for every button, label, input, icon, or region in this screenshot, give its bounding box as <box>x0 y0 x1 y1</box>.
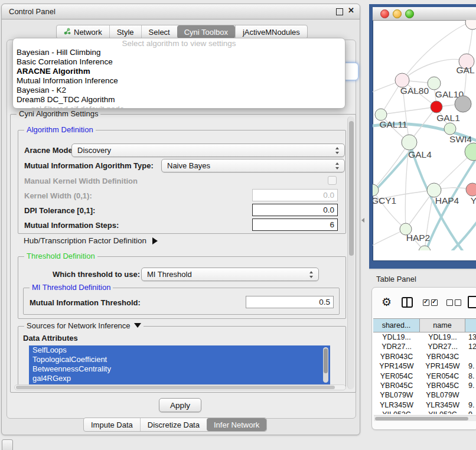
collapsed-arrow-icon[interactable] <box>152 237 158 244</box>
dropdown-item[interactable]: Bayesian - K2 <box>13 86 345 95</box>
column-header-clipped[interactable] <box>465 319 476 332</box>
table-cell[interactable] <box>465 390 476 400</box>
network-node-swi4[interactable] <box>444 123 456 135</box>
tab-cyni-toolbox[interactable]: Cyni Toolbox <box>177 25 235 38</box>
minimize-window-icon[interactable] <box>393 9 402 18</box>
network-graph-canvas[interactable]: GALGAL80GAL10GAL1GAL11SWI4GAL4GCY1HAP4YH… <box>373 20 476 250</box>
table-cell[interactable]: YIL052C <box>373 410 420 414</box>
table-cell[interactable]: YPR145W <box>420 361 465 371</box>
table-horizontal-scrollbar[interactable] <box>374 415 476 421</box>
table-cell[interactable]: YER054C <box>420 371 465 381</box>
network-edge[interactable] <box>373 148 413 201</box>
minimized-panel-button[interactable] <box>2 439 13 450</box>
network-node-gal1[interactable] <box>431 101 442 113</box>
mi-type-combo[interactable]: Naive Bayes <box>161 159 345 172</box>
settings-vertical-scrollbar[interactable] <box>347 116 354 389</box>
network-edge[interactable] <box>381 107 436 115</box>
gear-icon[interactable]: ⚙ <box>382 295 392 309</box>
table-row[interactable]: YLR345WYLR345W9. <box>373 400 476 410</box>
table-cell[interactable]: YBR043C <box>420 352 465 361</box>
close-window-icon[interactable] <box>380 9 389 18</box>
network-node-gal10[interactable] <box>428 77 441 90</box>
sources-title[interactable]: Sources for Network Inference <box>24 321 144 330</box>
expanded-arrow-icon[interactable] <box>134 323 141 328</box>
dropdown-item[interactable]: Basic Correlation Inference <box>13 57 345 67</box>
table-hscroll-thumb[interactable] <box>375 417 468 420</box>
tab-impute-data[interactable]: Impute Data <box>84 418 140 431</box>
table-row[interactable]: YER054CYER054C8. <box>373 371 476 381</box>
dropdown-item-selected[interactable]: ARACNE Algorithm <box>13 67 345 76</box>
table-cell[interactable]: YBR045C <box>373 381 420 390</box>
data-attributes-list[interactable]: SelfLoopsTopologicalCoefficientBetweenne… <box>29 345 330 384</box>
columns-pane-icon[interactable] <box>402 297 413 308</box>
dpi-tolerance-field[interactable]: 0.0 <box>252 204 338 216</box>
attribute-list-item[interactable]: TopologicalCoefficient <box>29 355 330 364</box>
apply-button[interactable]: Apply <box>159 398 201 412</box>
export-table-icon[interactable] <box>468 296 476 308</box>
mi-steps-field[interactable]: 6 <box>252 219 338 231</box>
table-cell[interactable]: YBL079W <box>420 390 465 400</box>
hub-transcription-section[interactable]: Hub/Transcription Factor Definition <box>24 236 158 245</box>
network-node[interactable] <box>465 20 476 30</box>
tab-select[interactable]: Select <box>141 25 177 38</box>
settings-hscroll-thumb[interactable] <box>16 386 335 389</box>
table-cell[interactable]: YDR27... <box>373 342 420 351</box>
tab-network[interactable]: Network <box>57 25 109 38</box>
tab-infer-network[interactable]: Infer Network <box>207 418 266 431</box>
column-header-shared-name[interactable]: shared... <box>373 319 420 332</box>
column-header-name[interactable]: name <box>420 319 465 332</box>
float-panel-icon[interactable] <box>336 8 343 15</box>
table-cell[interactable] <box>465 352 476 361</box>
mi-threshold-field[interactable]: 0.5 <box>246 296 334 308</box>
table-row[interactable]: YBL079WYBL079W <box>373 390 476 400</box>
table-cell[interactable]: 9. <box>465 381 476 390</box>
table-cell[interactable]: 8. <box>465 371 476 381</box>
settings-horizontal-scrollbar[interactable] <box>14 384 346 390</box>
table-cell[interactable]: YBR045C <box>420 381 465 390</box>
table-cell[interactable]: YDL19... <box>373 332 420 342</box>
table-cell[interactable]: 9. <box>465 400 476 410</box>
select-all-checkboxes-icon[interactable] <box>423 299 438 306</box>
attribute-list-item[interactable]: BetweennessCentrality <box>29 364 330 374</box>
dropdown-item[interactable]: Bayesian - Hill Climbing <box>13 48 345 57</box>
zoom-window-icon[interactable] <box>405 9 414 18</box>
deselect-all-checkboxes-icon[interactable] <box>446 299 461 306</box>
table-row[interactable]: YBR045CYBR045C9. <box>373 381 476 390</box>
table-row[interactable]: YDR27...YDR27...12 <box>373 342 476 351</box>
table-row[interactable]: YBR043CYBR043C <box>373 352 476 361</box>
table-cell[interactable]: YPR145W <box>373 361 420 371</box>
network-node-gcy1[interactable] <box>373 184 379 196</box>
dropdown-item[interactable]: Dream8 DC_TDC Algorithm <box>13 95 345 105</box>
close-panel-icon[interactable]: ✕ <box>348 6 354 15</box>
attributes-scrollbar-thumb[interactable] <box>324 348 328 373</box>
table-cell[interactable]: YBR043C <box>373 352 420 361</box>
tab-discretize-data[interactable]: Discretize Data <box>140 418 207 431</box>
table-row[interactable]: YPR145WYPR145W9. <box>373 361 476 371</box>
network-node-gal11[interactable] <box>375 109 387 120</box>
table-cell[interactable]: YDR27... <box>420 342 465 351</box>
table-row[interactable]: YIL052CYIL052C9. <box>373 410 476 414</box>
network-node[interactable] <box>465 143 476 161</box>
table-cell[interactable]: YBL079W <box>373 390 420 400</box>
network-node-gal4[interactable] <box>402 135 417 150</box>
table-cell[interactable]: YER054C <box>373 371 420 381</box>
table-cell[interactable]: YLR345W <box>420 400 465 410</box>
panel-splitter-handle[interactable] <box>361 218 364 223</box>
table-cell[interactable]: YDL19... <box>420 332 465 342</box>
aracne-mode-combo[interactable]: Discovery <box>71 144 345 157</box>
which-threshold-combo[interactable]: MI Threshold <box>141 268 319 281</box>
tab-style[interactable]: Style <box>109 25 141 38</box>
table-row[interactable]: YDL19...YDL19...13 <box>373 332 476 342</box>
table-cell[interactable]: 12 <box>465 342 476 351</box>
attribute-list-item[interactable]: SelfLoops <box>29 345 330 355</box>
network-edge[interactable] <box>373 142 409 190</box>
table-cell[interactable]: 9. <box>465 410 476 414</box>
settings-scrollbar-thumb[interactable] <box>349 121 354 256</box>
tab-jactivemnodules[interactable]: jActiveMNodules <box>235 25 307 38</box>
attributes-list-scrollbar[interactable] <box>323 347 328 383</box>
table-cell[interactable]: YLR345W <box>373 400 420 410</box>
table-cell[interactable]: YIL052C <box>420 410 465 414</box>
table-cell[interactable]: 13 <box>465 332 476 342</box>
table-cell[interactable]: 9. <box>465 361 476 371</box>
network-node[interactable] <box>455 96 471 112</box>
